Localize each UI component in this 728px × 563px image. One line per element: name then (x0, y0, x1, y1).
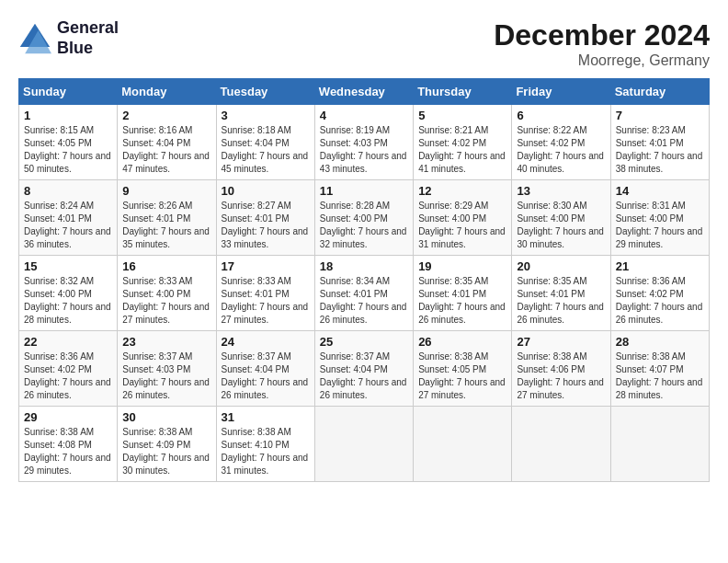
day-number: 1 (24, 109, 112, 122)
logo-text: General Blue (57, 18, 119, 58)
day-number: 17 (222, 259, 310, 273)
calendar-cell: 18 Sunrise: 8:34 AMSunset: 4:01 PMDaylig… (314, 256, 413, 331)
day-number: 6 (517, 109, 605, 122)
calendar-cell: 19 Sunrise: 8:35 AMSunset: 4:01 PMDaylig… (414, 256, 512, 331)
cell-info: Sunrise: 8:36 AMSunset: 4:02 PMDaylight:… (616, 275, 704, 327)
day-number: 7 (616, 109, 704, 122)
calendar-cell: 31 Sunrise: 8:38 AMSunset: 4:10 PMDaylig… (216, 407, 314, 482)
day-number: 26 (418, 335, 506, 349)
calendar-cell: 15 Sunrise: 8:32 AMSunset: 4:00 PMDaylig… (19, 256, 118, 331)
col-header-wednesday: Wednesday (314, 79, 413, 105)
cell-info: Sunrise: 8:31 AMSunset: 4:00 PMDaylight:… (616, 200, 704, 251)
calendar-cell (610, 407, 709, 482)
day-number: 28 (616, 335, 704, 349)
month-title: December 2024 (494, 18, 710, 52)
cell-info: Sunrise: 8:26 AMSunset: 4:01 PMDaylight:… (122, 200, 210, 251)
calendar-cell: 6 Sunrise: 8:22 AMSunset: 4:02 PMDayligh… (512, 105, 610, 180)
calendar-cell: 28 Sunrise: 8:38 AMSunset: 4:07 PMDaylig… (610, 331, 709, 407)
logo-icon (18, 22, 51, 55)
calendar-cell: 25 Sunrise: 8:37 AMSunset: 4:04 PMDaylig… (314, 331, 413, 407)
col-header-saturday: Saturday (610, 79, 709, 105)
cell-info: Sunrise: 8:35 AMSunset: 4:01 PMDaylight:… (418, 275, 506, 327)
week-row-1: 1 Sunrise: 8:15 AMSunset: 4:05 PMDayligh… (19, 105, 710, 180)
cell-info: Sunrise: 8:23 AMSunset: 4:01 PMDaylight:… (616, 124, 704, 176)
cell-info: Sunrise: 8:38 AMSunset: 4:10 PMDaylight:… (222, 426, 310, 477)
calendar-cell: 24 Sunrise: 8:37 AMSunset: 4:04 PMDaylig… (216, 331, 314, 407)
day-number: 11 (320, 184, 408, 198)
cell-info: Sunrise: 8:37 AMSunset: 4:04 PMDaylight:… (320, 350, 408, 402)
day-number: 10 (222, 184, 310, 198)
col-header-sunday: Sunday (19, 79, 118, 105)
calendar-cell: 26 Sunrise: 8:38 AMSunset: 4:05 PMDaylig… (414, 331, 512, 407)
title-block: December 2024 Moorrege, Germany (494, 18, 710, 69)
calendar-cell: 23 Sunrise: 8:37 AMSunset: 4:03 PMDaylig… (118, 331, 216, 407)
cell-info: Sunrise: 8:16 AMSunset: 4:04 PMDaylight:… (122, 124, 210, 176)
calendar-cell: 29 Sunrise: 8:38 AMSunset: 4:08 PMDaylig… (19, 407, 118, 482)
cell-info: Sunrise: 8:37 AMSunset: 4:04 PMDaylight:… (222, 350, 310, 402)
day-number: 20 (517, 259, 605, 273)
calendar-cell: 7 Sunrise: 8:23 AMSunset: 4:01 PMDayligh… (610, 105, 709, 180)
calendar-cell (314, 407, 413, 482)
cell-info: Sunrise: 8:38 AMSunset: 4:09 PMDaylight:… (122, 426, 210, 477)
cell-info: Sunrise: 8:33 AMSunset: 4:01 PMDaylight:… (222, 275, 310, 327)
calendar-cell: 13 Sunrise: 8:30 AMSunset: 4:00 PMDaylig… (512, 180, 610, 256)
calendar-cell: 17 Sunrise: 8:33 AMSunset: 4:01 PMDaylig… (216, 256, 314, 331)
day-number: 30 (122, 410, 210, 424)
cell-info: Sunrise: 8:28 AMSunset: 4:00 PMDaylight:… (320, 200, 408, 251)
day-number: 8 (24, 184, 112, 198)
logo: General Blue (18, 18, 119, 58)
day-number: 18 (320, 259, 408, 273)
calendar-cell: 4 Sunrise: 8:19 AMSunset: 4:03 PMDayligh… (314, 105, 413, 180)
calendar-cell: 12 Sunrise: 8:29 AMSunset: 4:00 PMDaylig… (414, 180, 512, 256)
calendar-cell: 3 Sunrise: 8:18 AMSunset: 4:04 PMDayligh… (216, 105, 314, 180)
cell-info: Sunrise: 8:27 AMSunset: 4:01 PMDaylight:… (222, 200, 310, 251)
cell-info: Sunrise: 8:33 AMSunset: 4:00 PMDaylight:… (122, 275, 210, 327)
calendar-cell: 27 Sunrise: 8:38 AMSunset: 4:06 PMDaylig… (512, 331, 610, 407)
cell-info: Sunrise: 8:24 AMSunset: 4:01 PMDaylight:… (24, 200, 112, 251)
day-number: 14 (616, 184, 704, 198)
calendar-cell: 20 Sunrise: 8:35 AMSunset: 4:01 PMDaylig… (512, 256, 610, 331)
col-header-monday: Monday (118, 79, 216, 105)
calendar-cell: 14 Sunrise: 8:31 AMSunset: 4:00 PMDaylig… (610, 180, 709, 256)
cell-info: Sunrise: 8:32 AMSunset: 4:00 PMDaylight:… (24, 275, 112, 327)
day-number: 9 (122, 184, 210, 198)
day-number: 5 (418, 109, 506, 122)
cell-info: Sunrise: 8:22 AMSunset: 4:02 PMDaylight:… (517, 124, 605, 176)
cell-info: Sunrise: 8:38 AMSunset: 4:07 PMDaylight:… (616, 350, 704, 402)
day-number: 22 (24, 335, 112, 349)
day-number: 31 (222, 410, 310, 424)
day-number: 15 (24, 259, 112, 273)
cell-info: Sunrise: 8:18 AMSunset: 4:04 PMDaylight:… (222, 124, 310, 176)
calendar-cell: 16 Sunrise: 8:33 AMSunset: 4:00 PMDaylig… (118, 256, 216, 331)
cell-info: Sunrise: 8:35 AMSunset: 4:01 PMDaylight:… (517, 275, 605, 327)
cell-info: Sunrise: 8:38 AMSunset: 4:05 PMDaylight:… (418, 350, 506, 402)
cell-info: Sunrise: 8:30 AMSunset: 4:00 PMDaylight:… (517, 200, 605, 251)
calendar-cell: 2 Sunrise: 8:16 AMSunset: 4:04 PMDayligh… (118, 105, 216, 180)
cell-info: Sunrise: 8:29 AMSunset: 4:00 PMDaylight:… (418, 200, 506, 251)
day-number: 27 (517, 335, 605, 349)
logo-line1: General (57, 18, 119, 39)
day-number: 12 (418, 184, 506, 198)
week-row-3: 15 Sunrise: 8:32 AMSunset: 4:00 PMDaylig… (19, 256, 710, 331)
calendar-cell (414, 407, 512, 482)
day-number: 3 (222, 109, 310, 122)
week-row-2: 8 Sunrise: 8:24 AMSunset: 4:01 PMDayligh… (19, 180, 710, 256)
day-number: 19 (418, 259, 506, 273)
day-number: 23 (122, 335, 210, 349)
cell-info: Sunrise: 8:15 AMSunset: 4:05 PMDaylight:… (24, 124, 112, 176)
day-number: 29 (24, 410, 112, 424)
cell-info: Sunrise: 8:38 AMSunset: 4:08 PMDaylight:… (24, 426, 112, 477)
calendar-table: SundayMondayTuesdayWednesdayThursdayFrid… (18, 78, 710, 482)
calendar-cell (512, 407, 610, 482)
header-row: SundayMondayTuesdayWednesdayThursdayFrid… (19, 79, 710, 105)
col-header-tuesday: Tuesday (216, 79, 314, 105)
day-number: 25 (320, 335, 408, 349)
cell-info: Sunrise: 8:34 AMSunset: 4:01 PMDaylight:… (320, 275, 408, 327)
page-header: General Blue December 2024 Moorrege, Ger… (18, 18, 710, 69)
cell-info: Sunrise: 8:38 AMSunset: 4:06 PMDaylight:… (517, 350, 605, 402)
col-header-thursday: Thursday (414, 79, 512, 105)
calendar-cell: 9 Sunrise: 8:26 AMSunset: 4:01 PMDayligh… (118, 180, 216, 256)
day-number: 24 (222, 335, 310, 349)
calendar-cell: 22 Sunrise: 8:36 AMSunset: 4:02 PMDaylig… (19, 331, 118, 407)
logo-line2: Blue (57, 39, 119, 59)
